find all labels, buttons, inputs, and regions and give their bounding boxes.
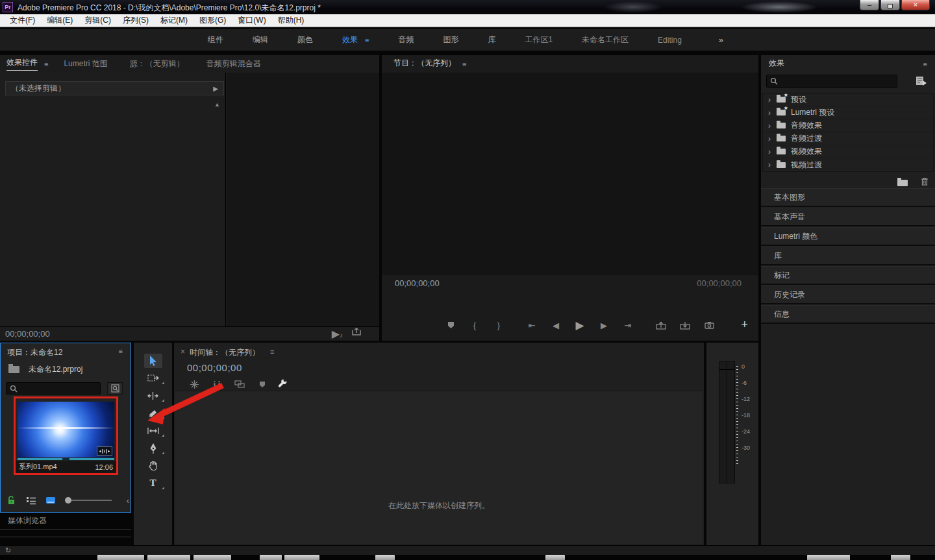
icon-view-button[interactable] (45, 496, 56, 504)
project-file-row[interactable]: 未命名12.prproj (8, 364, 82, 375)
project-panel-title[interactable]: 项目：未命名12 (7, 347, 62, 358)
chevron-right-icon[interactable]: › (768, 121, 777, 130)
effects-search-input[interactable] (766, 75, 897, 88)
tab-effect-controls[interactable]: 效果控件 (6, 57, 38, 71)
timeline-timecode[interactable]: 00;00;00;00 (187, 362, 242, 373)
taskbar-item[interactable] (193, 555, 231, 560)
workspace-tab-assembly[interactable]: 组件 (208, 34, 223, 45)
thumbnail-zoom-slider[interactable] (66, 500, 112, 501)
panel-tab-info[interactable]: 信息 (761, 305, 935, 324)
menu-help[interactable]: 帮助(H) (272, 15, 310, 26)
timeline-settings-button[interactable] (277, 379, 288, 389)
effects-bin-lumetri-presets[interactable]: › Lumetri 预设 (763, 106, 933, 119)
workspace-tab-workspace1[interactable]: 工作区1 (525, 34, 553, 45)
taskbar-item[interactable] (375, 555, 395, 560)
menu-markers[interactable]: 标记(M) (155, 15, 193, 26)
workspace-tab-editing-en[interactable]: Editing (658, 36, 682, 45)
expander-icon[interactable]: ▶ (213, 85, 218, 92)
menu-graphics[interactable]: 图形(G) (193, 15, 232, 26)
new-custom-bin-button[interactable] (897, 177, 913, 189)
chevron-right-icon[interactable]: › (768, 147, 777, 156)
taskbar-item[interactable] (891, 555, 910, 560)
clip-name-row[interactable]: 系列01.mp4 12:06 (16, 461, 116, 473)
panel-tab-lumetri-color[interactable]: Lumetri 颜色 (761, 227, 935, 246)
no-clip-selected-row[interactable]: （未选择剪辑） ▶ (5, 81, 224, 95)
panel-tab-essential-graphics[interactable]: 基本图形 (761, 188, 935, 207)
panel-menu-icon[interactable]: ≡ (270, 348, 274, 356)
chevron-right-icon[interactable]: › (768, 95, 777, 104)
selection-tool[interactable] (134, 352, 172, 369)
menu-window[interactable]: 窗口(W) (232, 15, 271, 26)
panel-tab-markers[interactable]: 标记 (761, 266, 935, 285)
menu-file[interactable]: 文件(F) (4, 15, 41, 26)
tab-program-monitor[interactable]: 节目：（无序列） (393, 58, 456, 71)
add-marker-button[interactable] (256, 379, 268, 389)
chevron-right-icon[interactable]: › (768, 160, 777, 169)
hand-tool[interactable] (134, 457, 172, 474)
tab-audio-clip-mixer[interactable]: 音频剪辑混合器 (206, 58, 261, 69)
panel-menu-icon[interactable]: ≡ (119, 347, 123, 355)
clip-scrub-bar[interactable] (18, 458, 114, 460)
filter-bins-button[interactable] (916, 76, 927, 86)
export-frame-button[interactable] (352, 328, 361, 340)
workspace-tab-effects[interactable]: 效果 (342, 34, 358, 45)
effects-bin-audio-transitions[interactable]: › 音频过渡 (763, 132, 933, 145)
type-tool[interactable]: T (134, 474, 172, 492)
scroll-up-icon[interactable]: ▲ (214, 101, 220, 108)
linked-selection-toggle[interactable] (234, 379, 245, 389)
chevron-right-icon[interactable]: › (768, 134, 777, 143)
list-view-button[interactable] (26, 496, 36, 505)
export-frame-button[interactable] (702, 319, 716, 331)
workspace-tab-audio[interactable]: 音频 (398, 34, 414, 45)
taskbar-item[interactable] (147, 555, 190, 560)
taskbar-item[interactable] (807, 555, 850, 560)
tab-effects[interactable]: 效果 (769, 58, 784, 71)
workspace-tab-libraries[interactable]: 库 (488, 34, 495, 45)
menu-sequence[interactable]: 序列(S) (117, 15, 155, 26)
tab-lumetri-scopes[interactable]: Lumetri 范围 (64, 58, 107, 69)
play-audio-button[interactable]: ▶♪ (332, 328, 343, 340)
step-back-button[interactable]: ◀ (549, 319, 563, 331)
add-marker-button[interactable] (443, 319, 458, 331)
effect-controls-timecode[interactable]: 00;00;00;00 (5, 329, 50, 339)
go-to-in-button[interactable]: ⇤ (525, 319, 539, 331)
lift-button[interactable] (654, 319, 668, 331)
menu-edit[interactable]: 编辑(E) (41, 15, 79, 26)
tab-timeline[interactable]: 时间轴：（无序列） (190, 347, 260, 358)
tab-source-monitor[interactable]: 源：（无剪辑） (130, 58, 184, 69)
workspace-tab-editing[interactable]: 编辑 (253, 34, 268, 45)
mark-in-button[interactable]: { (468, 319, 482, 331)
pen-tool[interactable] (134, 439, 172, 457)
effects-bin-presets[interactable]: › 预设 (763, 93, 933, 106)
taskbar-item[interactable] (97, 555, 144, 560)
timeline-drop-zone[interactable]: 在此处放下媒体以创建序列。 (175, 391, 703, 544)
more-buttons-chevron[interactable]: ‹ (127, 496, 129, 505)
restore-button[interactable] (880, 0, 900, 10)
panel-menu-icon[interactable]: ≡ (44, 60, 48, 68)
taskbar-item[interactable] (545, 555, 565, 560)
close-button[interactable]: × (901, 0, 930, 10)
project-search-input[interactable] (6, 382, 101, 395)
workspace-tab-graphics[interactable]: 图形 (443, 34, 458, 45)
step-forward-button[interactable]: ▶ (597, 319, 611, 331)
play-button[interactable]: ▶ (573, 319, 587, 331)
button-editor-add[interactable]: + (741, 318, 748, 332)
extract-button[interactable] (678, 319, 692, 331)
delete-button[interactable] (921, 177, 929, 189)
workspace-tab-unnamed[interactable]: 未命名工作区 (582, 34, 629, 45)
effects-bin-video-effects[interactable]: › 视频效果 (763, 145, 933, 158)
workspace-overflow-chevron[interactable]: » (719, 35, 722, 45)
sync-status-icon[interactable]: ↻ (5, 546, 11, 555)
close-panel-icon[interactable]: × (181, 347, 185, 356)
menu-clip[interactable]: 剪辑(C) (79, 15, 117, 26)
slider-knob[interactable] (65, 497, 71, 504)
panel-menu-icon[interactable]: ≡ (462, 60, 466, 68)
taskbar-item[interactable] (260, 555, 282, 560)
panel-tab-essential-sound[interactable]: 基本声音 (761, 208, 935, 226)
mark-out-button[interactable]: } (492, 319, 506, 331)
program-current-timecode[interactable]: 00;00;00;00 (395, 278, 440, 288)
effects-bin-audio-effects[interactable]: › 音频效果 (763, 119, 933, 132)
panel-tab-libraries[interactable]: 库 (761, 247, 935, 265)
chevron-right-icon[interactable]: › (768, 108, 777, 117)
search-bin-button[interactable] (107, 382, 123, 395)
